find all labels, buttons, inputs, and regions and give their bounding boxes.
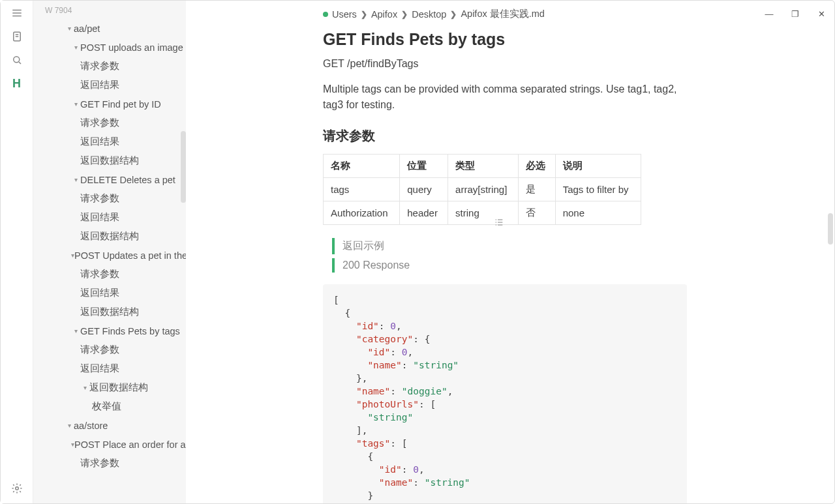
crumb[interactable]: Users xyxy=(332,9,357,20)
tree-group-aa-store[interactable]: ▾aa/store xyxy=(33,416,186,435)
crumb[interactable]: Apifox 最佳实践.md xyxy=(461,8,545,20)
table-cell: none xyxy=(555,201,641,225)
minimize-button[interactable]: — xyxy=(756,1,782,27)
tree-group-aa-pet[interactable]: ▾aa/pet xyxy=(33,19,186,38)
page-title: GET Finds Pets by tags xyxy=(323,30,688,49)
tree-leaf[interactable]: 请求参数 xyxy=(33,340,186,359)
tree-leaf[interactable]: 请求参数 xyxy=(33,454,186,473)
table-cell: tags xyxy=(324,178,400,201)
tree-leaf[interactable]: 返回结果 xyxy=(33,208,186,227)
settings-icon[interactable] xyxy=(11,482,23,494)
outline-icon[interactable] xyxy=(494,217,504,230)
table-cell: query xyxy=(400,178,448,201)
icon-rail: H xyxy=(1,1,33,503)
tree-leaf[interactable]: 请求参数 xyxy=(33,57,186,76)
table-cell: 是 xyxy=(519,178,555,201)
tree-leaf[interactable]: 返回数据结构 xyxy=(33,303,186,321)
table-cell: Authorization xyxy=(324,201,400,225)
table-header: 位置 xyxy=(400,155,448,178)
response-example-heading: 返回示例 xyxy=(332,238,688,254)
tree-leaf[interactable]: 请求参数 xyxy=(33,265,186,284)
tree-leaf[interactable]: 返回结果 xyxy=(33,359,186,378)
endpoint-path: GET /pet/findByTags xyxy=(323,58,688,70)
tree-leaf[interactable]: 返回数据结构 xyxy=(33,227,186,246)
dirty-dot-icon xyxy=(323,12,328,17)
table-cell: Tags to filter by xyxy=(555,178,641,201)
heading-icon[interactable]: H xyxy=(11,78,23,89)
close-button[interactable]: ✕ xyxy=(808,1,834,27)
request-params-heading: 请求参数 xyxy=(323,127,688,145)
code-block: [ { "id": 0, "category": { "id": 0, "nam… xyxy=(323,284,687,503)
crumb[interactable]: Apifox xyxy=(371,9,397,20)
titlebar: Users❯ Apifox❯ Desktop❯ Apifox 最佳实践.md xyxy=(186,1,834,27)
tree-leaf[interactable]: 返回数据结构 xyxy=(33,151,186,170)
table-cell: array[string] xyxy=(448,178,519,201)
tree-leaf[interactable]: ▾返回数据结构 xyxy=(33,378,186,397)
table-row: Authorizationheaderstring否none xyxy=(324,201,641,225)
table-row: tagsqueryarray[string]是Tags to filter by xyxy=(324,178,641,201)
tree-leaf[interactable]: 请求参数 xyxy=(33,189,186,208)
tree-leaf[interactable]: 返回结果 xyxy=(33,76,186,95)
svg-point-1 xyxy=(13,57,19,63)
svg-point-2 xyxy=(15,487,18,490)
table-header: 类型 xyxy=(448,155,519,178)
main-panel: Users❯ Apifox❯ Desktop❯ Apifox 最佳实践.md —… xyxy=(186,1,834,503)
tree-leaf[interactable]: 请求参数 xyxy=(33,113,186,132)
tree-leaf[interactable]: 返回结果 xyxy=(33,284,186,303)
tree-leaf[interactable]: 返回结果 xyxy=(33,132,186,151)
table-cell: header xyxy=(400,201,448,225)
doc-icon[interactable] xyxy=(11,31,23,42)
endpoint-description: Multiple tags can be provided with comma… xyxy=(323,82,688,113)
maximize-button[interactable]: ❐ xyxy=(782,1,808,27)
sidebar-scrollbar[interactable] xyxy=(181,131,186,203)
search-icon[interactable] xyxy=(11,54,23,66)
response-200-heading: 200 Response xyxy=(332,258,688,273)
table-header: 说明 xyxy=(555,155,641,178)
main-scrollbar[interactable] xyxy=(828,213,833,245)
table-cell: 否 xyxy=(519,201,555,225)
tree-item[interactable]: ▾POST uploads an image xyxy=(33,38,186,57)
tree-item[interactable]: ▾POST Place an order for a pet xyxy=(33,435,186,454)
table-cell: string xyxy=(448,201,519,225)
crumb[interactable]: Desktop xyxy=(412,9,446,20)
menu-icon[interactable] xyxy=(11,7,23,19)
params-table: 名称位置类型必选说明 tagsqueryarray[string]是Tags t… xyxy=(323,154,641,225)
tree-item[interactable]: ▾POST Updates a pet in the store with fo… xyxy=(33,246,186,265)
app-window: H W 7904 ▾aa/pet ▾POST uploads an image请… xyxy=(0,0,835,504)
tree-leaf[interactable]: 枚举值 xyxy=(33,397,186,416)
tree-item[interactable]: ▾GET Find pet by ID xyxy=(33,95,186,113)
window-buttons: — ❐ ✕ xyxy=(756,1,834,27)
table-header: 名称 xyxy=(324,155,400,178)
tree-item[interactable]: ▾GET Finds Pets by tags xyxy=(33,321,186,340)
content: GET Finds Pets by tags GET /pet/findByTa… xyxy=(186,27,688,503)
sidebar-title: W 7904 xyxy=(33,1,186,18)
table-header: 必选 xyxy=(519,155,555,178)
sidebar: W 7904 ▾aa/pet ▾POST uploads an image请求参… xyxy=(33,1,186,503)
tree: ▾aa/pet ▾POST uploads an image请求参数返回结果▾G… xyxy=(33,18,186,473)
tree-item[interactable]: ▾DELETE Deletes a pet xyxy=(33,170,186,189)
